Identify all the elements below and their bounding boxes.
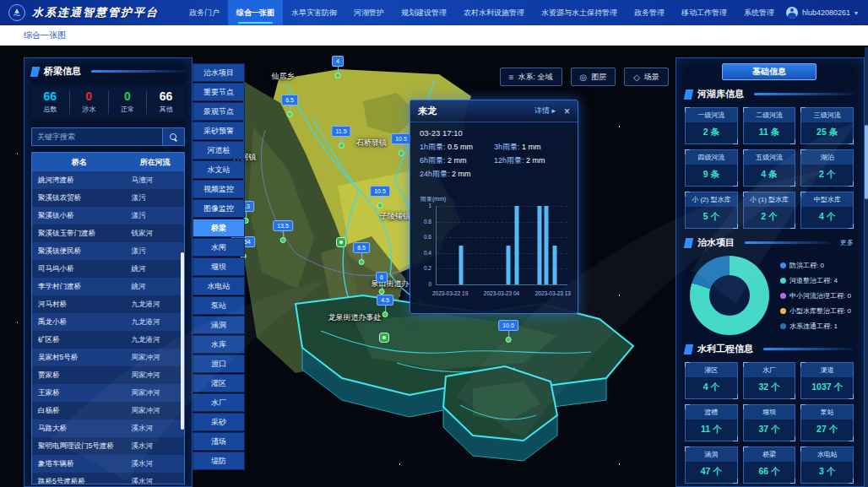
app: 水系连通智慧管护平台 政务门户综合一张图水旱灾害防御河湖管护规划建设管理农村水利… <box>0 0 868 487</box>
table-row[interactable]: 马路大桥 溪水河 <box>32 419 184 437</box>
stat-card[interactable]: 桥梁 66 个 <box>743 446 796 484</box>
table-row[interactable]: 姚河湾渡桥 马漕河 <box>32 171 184 189</box>
table-scrollbar[interactable] <box>181 252 184 430</box>
table-row[interactable]: 白杨桥 周家冲河 <box>32 402 184 419</box>
layer-menu-item[interactable]: 采砂 <box>193 413 245 431</box>
stat-card[interactable]: 三级河流 25 条 <box>800 107 854 144</box>
stat-card[interactable]: 小 (1) 型水库 2 个 <box>743 192 796 229</box>
table-row[interactable]: 聚溪镇玉带门渡桥 钱家河 <box>32 225 184 242</box>
table-row[interactable]: 禹龙小桥 九龙港河 <box>32 313 184 331</box>
close-icon[interactable]: × <box>564 106 570 116</box>
stat-card[interactable]: 渠道 1037 个 <box>800 362 854 399</box>
stat-card[interactable]: 中型水库 4 个 <box>800 192 854 229</box>
table-row[interactable]: 象塔车辆桥 溪水河 <box>32 455 184 473</box>
map-marker-badge[interactable]: 6 <box>376 272 388 283</box>
stat-card[interactable]: 水厂 32 个 <box>743 362 796 399</box>
table-row[interactable]: 路桥5号渡桥桥 溪水河 <box>32 473 184 484</box>
layer-menu-item[interactable]: 图像监控 <box>193 199 245 218</box>
layer-menu-item[interactable]: 泵站 <box>193 296 245 315</box>
layer-menu-item[interactable]: 水库 <box>193 335 245 354</box>
chevron-down-icon: ▾ <box>854 9 858 17</box>
layer-menu-item[interactable]: 河道桩 <box>193 141 245 160</box>
scrollbar-thumb[interactable] <box>865 125 868 199</box>
card-label: 渠道 <box>801 363 853 377</box>
map-marker-badge[interactable]: 13.5 <box>273 220 293 231</box>
nav-item[interactable]: 农村水利设施管理 <box>455 0 533 25</box>
layer-menu-item[interactable]: 景观节点 <box>193 102 245 121</box>
stat-card[interactable]: 渡槽 11 个 <box>685 404 738 441</box>
map-marker-badge[interactable]: 11.5 <box>331 126 350 137</box>
map-control-button[interactable]: ◇ 场景 <box>624 68 669 86</box>
stat-card[interactable]: 湖泊 2 个 <box>800 149 854 187</box>
layer-menu-item[interactable]: 堤防 <box>193 452 245 470</box>
map-marker-badge[interactable]: 10.5 <box>391 133 411 144</box>
nav-item[interactable]: 综合一张图 <box>228 0 283 25</box>
map-marker-badge[interactable]: 4 <box>332 56 344 67</box>
nav-item[interactable]: 政务管理 <box>626 0 673 25</box>
popup-detail-link[interactable]: 详情 ▸ <box>534 106 556 116</box>
user-menu[interactable]: hlub42080261 ▾ <box>786 0 858 25</box>
page-scrollbar[interactable] <box>865 47 868 487</box>
table-row[interactable]: 李学村门渡桥 姚河 <box>32 278 184 295</box>
table-row[interactable]: 司马坞小桥 姚河 <box>32 260 184 278</box>
river-name-cell: 周家冲河 <box>127 353 184 363</box>
map-control-button[interactable]: ≡ 水系: 全域 <box>500 68 562 86</box>
nav-item[interactable]: 水资源与水土保持管理 <box>533 0 626 25</box>
camera-icon[interactable] <box>379 333 389 343</box>
layer-menu-item[interactable]: 水厂 <box>193 393 245 412</box>
table-row[interactable]: 贾家桥 周家冲河 <box>32 366 184 384</box>
nav-item[interactable]: 系统管理 <box>735 0 783 25</box>
nav-item[interactable]: 移动工作管理 <box>673 0 735 25</box>
search-input[interactable] <box>31 127 163 146</box>
layer-menu-item[interactable]: 灌区 <box>193 374 245 392</box>
table-row[interactable]: 王家桥 周家冲河 <box>32 384 184 402</box>
table-row[interactable]: 聚溪镇便民桥 漾污 <box>32 242 184 260</box>
basic-info-button[interactable]: 基础信息 <box>722 63 816 80</box>
layer-menu-item[interactable]: 水文站 <box>193 160 245 179</box>
layer-menu-item[interactable]: 视频监控 <box>193 180 245 198</box>
nav-item[interactable]: 规划建设管理 <box>393 0 455 25</box>
nav-item[interactable]: 政务门户 <box>181 0 228 25</box>
map-control-button[interactable]: ◎ 图层 <box>571 68 616 86</box>
town-label: 石桥驿镇 <box>356 138 387 149</box>
map-marker-badge[interactable]: 6.5 <box>353 242 370 253</box>
stat-card[interactable]: 四级河流 9 条 <box>685 149 738 187</box>
search-button[interactable] <box>163 127 185 146</box>
table-row[interactable]: 河马村桥 九龙港河 <box>32 295 184 313</box>
layer-menu-item[interactable]: 渣场 <box>193 432 245 451</box>
layer-menu-item[interactable]: 治水项目 <box>193 63 245 82</box>
stat-card[interactable]: 小 (2) 型水库 5 个 <box>685 192 738 229</box>
stat-card[interactable]: 泵站 27 个 <box>800 404 854 441</box>
stat-card[interactable]: 二级河流 11 条 <box>743 107 796 144</box>
stat-card[interactable]: 水电站 3 个 <box>800 446 854 484</box>
stat-card[interactable]: 涵洞 47 个 <box>685 446 738 484</box>
layer-menu-item[interactable]: 水闸 <box>193 238 245 257</box>
layer-menu-item[interactable]: 渡口 <box>193 354 245 373</box>
map-marker-badge[interactable]: 10.5 <box>370 186 390 197</box>
table-row[interactable]: 吴家村5号桥 周家冲河 <box>32 349 184 366</box>
map-marker-badge[interactable]: 6.5 <box>281 95 298 106</box>
more-link[interactable]: 更多 <box>840 238 854 247</box>
map-marker-badge[interactable]: 4.5 <box>377 295 393 306</box>
camera-icon[interactable] <box>336 237 346 247</box>
layer-menu-item[interactable]: 涵洞 <box>193 316 245 334</box>
stat-card[interactable]: 堰坝 37 个 <box>743 404 796 441</box>
layer-menu-item[interactable]: 桥梁 <box>193 219 245 237</box>
layer-menu-item[interactable]: 堰坝 <box>193 257 245 276</box>
stat-card[interactable]: 灌区 4 个 <box>685 362 738 399</box>
stat-card[interactable]: 五级河流 4 条 <box>743 149 796 187</box>
layer-menu-item[interactable]: 采砂预警 <box>193 122 245 140</box>
table-row[interactable]: 聚明电网理设门5号渡桥 溪水河 <box>32 437 184 455</box>
stat-card[interactable]: 一级河流 2 条 <box>685 107 738 144</box>
map-marker-badge[interactable]: 10.5 <box>498 320 518 331</box>
rain-chart-xticks: 2023-03-22 192023-03-23 042023-03-23 13 <box>432 290 571 296</box>
table-row[interactable]: 矿区桥 九龙港河 <box>32 331 184 349</box>
table-row[interactable]: 聚溪镇小桥 漾污 <box>32 207 184 225</box>
nav-item[interactable]: 水旱灾害防御 <box>283 0 345 25</box>
breadcrumb-current[interactable]: 综合一张图 <box>24 30 66 41</box>
popup-timestamp: 03-23 17:10 <box>410 122 578 140</box>
layer-menu-item[interactable]: 水电站 <box>193 277 245 295</box>
nav-item[interactable]: 河湖管护 <box>345 0 393 25</box>
table-row[interactable]: 聚溪镇农贸桥 漾污 <box>32 189 184 207</box>
layer-menu-item[interactable]: 重要节点 <box>193 83 245 101</box>
